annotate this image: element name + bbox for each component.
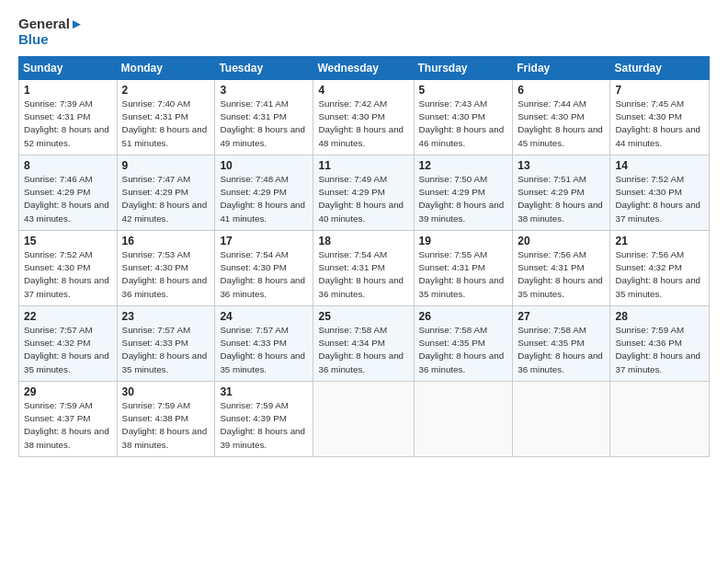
day-detail: Sunrise: 7:52 AMSunset: 4:30 PMDaylight:… <box>24 248 112 301</box>
day-number: 23 <box>122 310 210 323</box>
day-number: 17 <box>220 235 308 247</box>
calendar-cell <box>610 382 710 457</box>
day-detail: Sunrise: 7:58 AMSunset: 4:35 PMDaylight:… <box>419 324 508 376</box>
calendar-cell: 20Sunrise: 7:56 AMSunset: 4:31 PMDayligh… <box>513 231 610 306</box>
day-detail: Sunrise: 7:56 AMSunset: 4:31 PMDaylight:… <box>518 248 605 301</box>
day-number: 27 <box>518 310 605 323</box>
day-detail: Sunrise: 7:54 AMSunset: 4:30 PMDaylight:… <box>220 248 308 301</box>
calendar-cell: 10Sunrise: 7:48 AMSunset: 4:29 PMDayligh… <box>215 155 313 231</box>
day-number: 16 <box>122 235 210 247</box>
calendar-cell: 11Sunrise: 7:49 AMSunset: 4:29 PMDayligh… <box>313 155 414 231</box>
header: General► Blue <box>18 17 710 47</box>
week-row-2: 8Sunrise: 7:46 AMSunset: 4:29 PMDaylight… <box>19 155 710 231</box>
day-number: 5 <box>419 84 508 97</box>
day-detail: Sunrise: 7:57 AMSunset: 4:32 PMDaylight:… <box>24 324 112 376</box>
day-detail: Sunrise: 7:58 AMSunset: 4:34 PMDaylight:… <box>318 324 408 376</box>
day-detail: Sunrise: 7:51 AMSunset: 4:29 PMDaylight:… <box>518 173 605 225</box>
week-row-5: 29Sunrise: 7:59 AMSunset: 4:37 PMDayligh… <box>19 382 710 457</box>
calendar-cell: 9Sunrise: 7:47 AMSunset: 4:29 PMDaylight… <box>117 155 215 231</box>
calendar-cell: 12Sunrise: 7:50 AMSunset: 4:29 PMDayligh… <box>414 155 513 231</box>
weekday-header-sunday: Sunday <box>19 57 118 80</box>
day-number: 6 <box>518 84 605 97</box>
day-detail: Sunrise: 7:59 AMSunset: 4:36 PMDaylight:… <box>615 324 704 376</box>
day-detail: Sunrise: 7:42 AMSunset: 4:30 PMDaylight:… <box>318 98 408 150</box>
day-number: 10 <box>220 159 308 172</box>
weekday-header-thursday: Thursday <box>414 57 513 80</box>
calendar-cell: 16Sunrise: 7:53 AMSunset: 4:30 PMDayligh… <box>117 231 215 306</box>
week-row-1: 1Sunrise: 7:39 AMSunset: 4:31 PMDaylight… <box>19 80 710 155</box>
day-number: 9 <box>122 159 210 172</box>
day-number: 31 <box>220 385 308 398</box>
week-row-4: 22Sunrise: 7:57 AMSunset: 4:32 PMDayligh… <box>19 306 710 382</box>
day-detail: Sunrise: 7:54 AMSunset: 4:31 PMDaylight:… <box>318 248 408 301</box>
calendar-cell: 17Sunrise: 7:54 AMSunset: 4:30 PMDayligh… <box>215 231 313 306</box>
day-number: 21 <box>615 235 704 247</box>
day-detail: Sunrise: 7:57 AMSunset: 4:33 PMDaylight:… <box>220 324 308 376</box>
day-detail: Sunrise: 7:57 AMSunset: 4:33 PMDaylight:… <box>122 324 210 376</box>
day-detail: Sunrise: 7:40 AMSunset: 4:31 PMDaylight:… <box>122 98 210 150</box>
day-number: 14 <box>615 159 704 172</box>
calendar-cell: 6Sunrise: 7:44 AMSunset: 4:30 PMDaylight… <box>513 80 610 155</box>
weekday-header-tuesday: Tuesday <box>215 57 313 80</box>
day-number: 19 <box>419 235 508 247</box>
calendar-cell: 27Sunrise: 7:58 AMSunset: 4:35 PMDayligh… <box>513 306 610 382</box>
day-number: 20 <box>518 235 605 247</box>
calendar-cell: 25Sunrise: 7:58 AMSunset: 4:34 PMDayligh… <box>313 306 414 382</box>
day-number: 29 <box>24 385 112 398</box>
day-number: 7 <box>615 84 704 97</box>
day-detail: Sunrise: 7:59 AMSunset: 4:39 PMDaylight:… <box>220 399 308 452</box>
day-number: 3 <box>220 84 308 97</box>
day-number: 4 <box>318 84 408 97</box>
day-number: 11 <box>318 159 408 172</box>
calendar-cell: 31Sunrise: 7:59 AMSunset: 4:39 PMDayligh… <box>215 382 313 457</box>
day-detail: Sunrise: 7:56 AMSunset: 4:32 PMDaylight:… <box>615 248 704 301</box>
day-number: 30 <box>122 385 210 398</box>
calendar-cell: 2Sunrise: 7:40 AMSunset: 4:31 PMDaylight… <box>117 80 215 155</box>
calendar-cell: 8Sunrise: 7:46 AMSunset: 4:29 PMDaylight… <box>19 155 118 231</box>
day-number: 18 <box>318 235 408 247</box>
day-number: 25 <box>318 310 408 323</box>
calendar-cell: 28Sunrise: 7:59 AMSunset: 4:36 PMDayligh… <box>610 306 710 382</box>
day-detail: Sunrise: 7:48 AMSunset: 4:29 PMDaylight:… <box>220 173 308 225</box>
calendar-page: General► Blue SundayMondayTuesdayWednesd… <box>0 0 728 563</box>
calendar-cell: 1Sunrise: 7:39 AMSunset: 4:31 PMDaylight… <box>19 80 118 155</box>
day-detail: Sunrise: 7:41 AMSunset: 4:31 PMDaylight:… <box>220 98 308 150</box>
day-detail: Sunrise: 7:58 AMSunset: 4:35 PMDaylight:… <box>518 324 605 376</box>
week-row-3: 15Sunrise: 7:52 AMSunset: 4:30 PMDayligh… <box>19 231 710 306</box>
calendar-cell: 21Sunrise: 7:56 AMSunset: 4:32 PMDayligh… <box>610 231 710 306</box>
logo-graphic: General► Blue <box>18 17 84 47</box>
calendar-cell: 23Sunrise: 7:57 AMSunset: 4:33 PMDayligh… <box>117 306 215 382</box>
calendar-cell: 13Sunrise: 7:51 AMSunset: 4:29 PMDayligh… <box>513 155 610 231</box>
day-number: 13 <box>518 159 605 172</box>
calendar-cell: 18Sunrise: 7:54 AMSunset: 4:31 PMDayligh… <box>313 231 414 306</box>
weekday-header-saturday: Saturday <box>610 57 710 80</box>
calendar-cell: 24Sunrise: 7:57 AMSunset: 4:33 PMDayligh… <box>215 306 313 382</box>
day-number: 22 <box>24 310 112 323</box>
calendar-cell: 19Sunrise: 7:55 AMSunset: 4:31 PMDayligh… <box>414 231 513 306</box>
day-detail: Sunrise: 7:39 AMSunset: 4:31 PMDaylight:… <box>24 98 112 150</box>
calendar-cell: 26Sunrise: 7:58 AMSunset: 4:35 PMDayligh… <box>414 306 513 382</box>
calendar-cell: 22Sunrise: 7:57 AMSunset: 4:32 PMDayligh… <box>19 306 118 382</box>
logo-blue: Blue <box>18 32 84 48</box>
weekday-header-monday: Monday <box>117 57 215 80</box>
calendar-cell <box>513 382 610 457</box>
day-number: 12 <box>419 159 508 172</box>
day-number: 8 <box>24 159 112 172</box>
day-number: 15 <box>24 235 112 247</box>
calendar-cell: 4Sunrise: 7:42 AMSunset: 4:30 PMDaylight… <box>313 80 414 155</box>
calendar-cell: 29Sunrise: 7:59 AMSunset: 4:37 PMDayligh… <box>19 382 118 457</box>
calendar-cell: 3Sunrise: 7:41 AMSunset: 4:31 PMDaylight… <box>215 80 313 155</box>
calendar-cell: 5Sunrise: 7:43 AMSunset: 4:30 PMDaylight… <box>414 80 513 155</box>
day-detail: Sunrise: 7:53 AMSunset: 4:30 PMDaylight:… <box>122 248 210 301</box>
day-detail: Sunrise: 7:45 AMSunset: 4:30 PMDaylight:… <box>615 98 704 150</box>
calendar-cell: 7Sunrise: 7:45 AMSunset: 4:30 PMDaylight… <box>610 80 710 155</box>
day-detail: Sunrise: 7:50 AMSunset: 4:29 PMDaylight:… <box>419 173 508 225</box>
day-detail: Sunrise: 7:47 AMSunset: 4:29 PMDaylight:… <box>122 173 210 225</box>
day-detail: Sunrise: 7:44 AMSunset: 4:30 PMDaylight:… <box>518 98 605 150</box>
day-detail: Sunrise: 7:59 AMSunset: 4:37 PMDaylight:… <box>24 399 112 452</box>
day-detail: Sunrise: 7:49 AMSunset: 4:29 PMDaylight:… <box>318 173 408 225</box>
day-number: 28 <box>615 310 704 323</box>
day-number: 1 <box>24 84 112 97</box>
calendar-cell: 30Sunrise: 7:59 AMSunset: 4:38 PMDayligh… <box>117 382 215 457</box>
weekday-header-row: SundayMondayTuesdayWednesdayThursdayFrid… <box>19 57 710 80</box>
